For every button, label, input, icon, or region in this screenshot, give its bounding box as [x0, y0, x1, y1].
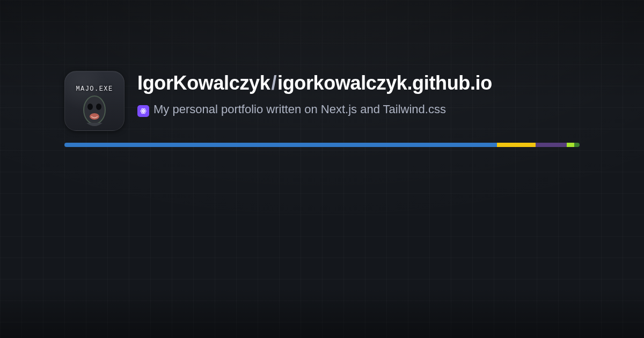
language-segment [574, 143, 580, 147]
svg-point-0 [84, 96, 105, 124]
repo-name: igorkowalczyk.github.io [277, 72, 492, 94]
svg-point-3 [90, 113, 99, 120]
language-segment [64, 143, 497, 147]
repo-title: IgorKowalczyk/igorkowalczyk.github.io [137, 72, 492, 94]
svg-point-4 [143, 111, 144, 112]
language-segment [567, 143, 574, 147]
language-segment [497, 143, 536, 147]
mask-icon [75, 94, 114, 128]
svg-point-2 [96, 104, 101, 110]
avatar: MAJO.EXE [64, 71, 125, 131]
header-row: MAJO.EXE IgorKowalczyk/igorkowalczyk.git… [64, 71, 580, 131]
avatar-label: MAJO.EXE [65, 85, 124, 93]
repo-separator: / [270, 72, 277, 94]
repo-description-text: My personal portfolio written on Next.js… [153, 102, 446, 116]
repo-owner: IgorKowalczyk [137, 72, 270, 94]
svg-point-1 [87, 104, 93, 110]
repo-description: My personal portfolio written on Next.js… [137, 101, 492, 118]
text-block: IgorKowalczyk/igorkowalczyk.github.io My… [137, 71, 492, 118]
language-bar [64, 143, 580, 147]
language-segment [536, 143, 567, 147]
atom-icon [137, 105, 149, 117]
repo-card: MAJO.EXE IgorKowalczyk/igorkowalczyk.git… [64, 71, 580, 147]
